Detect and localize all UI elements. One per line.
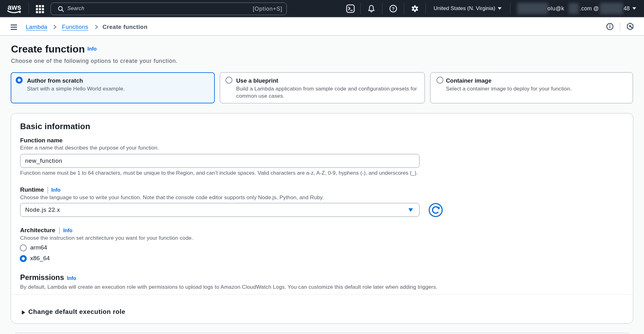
svg-text:aws: aws [8,3,21,11]
svg-text:?: ? [392,6,395,11]
